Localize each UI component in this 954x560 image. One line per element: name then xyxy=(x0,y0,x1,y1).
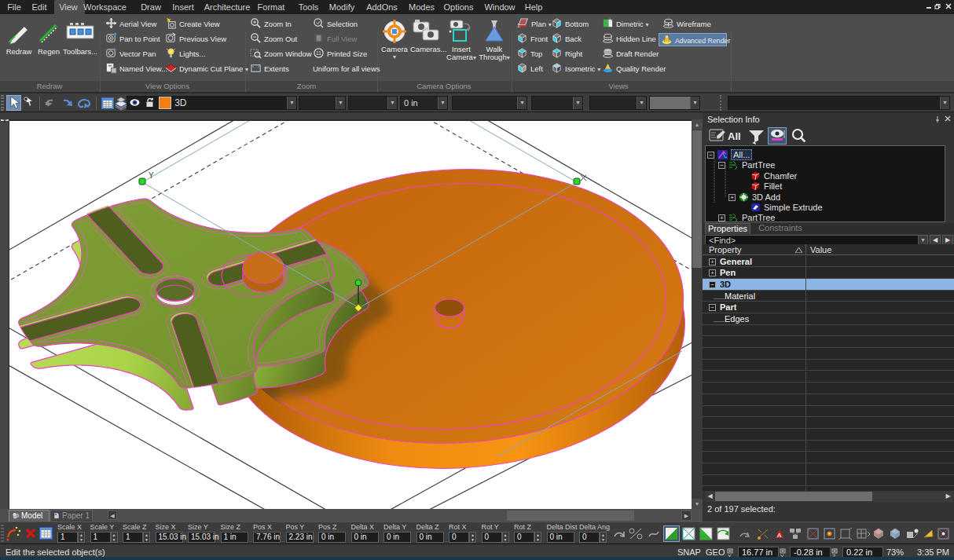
svg-text:Y: Y xyxy=(149,171,154,180)
svg-text:11: 11 xyxy=(316,50,321,56)
svg-text:Y: Y xyxy=(780,554,784,559)
svg-text:All: All xyxy=(728,130,741,142)
svg-text:A: A xyxy=(777,532,782,539)
svg-text:X: X xyxy=(728,554,732,559)
svg-text:Z: Z xyxy=(832,554,836,559)
svg-text:Z: Z xyxy=(363,275,368,284)
svg-text:1: 1 xyxy=(517,23,520,28)
